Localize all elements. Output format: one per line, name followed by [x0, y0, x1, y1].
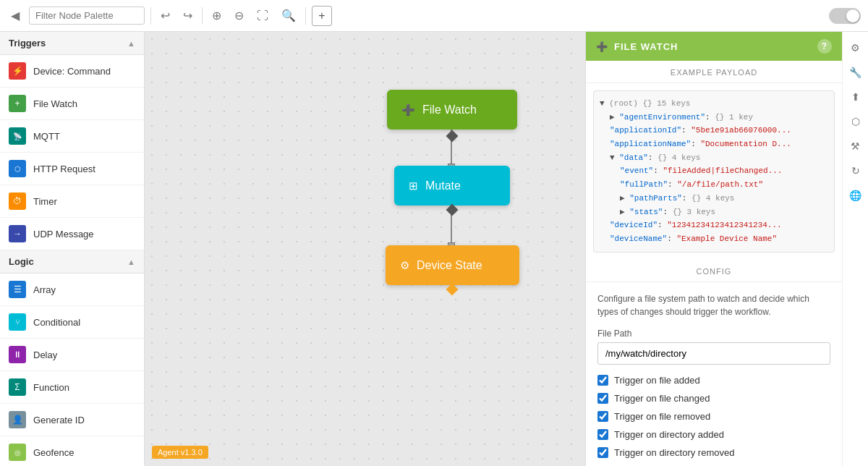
- logic-section-header[interactable]: Logic ▲: [0, 250, 144, 274]
- timer-icon: ⏱: [9, 192, 26, 210]
- sidebar-item-http-request[interactable]: ⬡ HTTP Request: [0, 153, 144, 185]
- config-body: Configure a file system path to watch an…: [586, 282, 842, 466]
- search-button[interactable]: 🔍: [278, 7, 299, 25]
- device-command-label: Device: Command: [33, 66, 111, 77]
- trigger-dir-removed-label[interactable]: Trigger on directory removed: [614, 447, 734, 458]
- sidebar-item-mqtt[interactable]: 📡 MQTT: [0, 120, 144, 153]
- divider-1: [150, 7, 151, 25]
- sidebar-item-array[interactable]: ☰ Array: [0, 274, 144, 306]
- sidebar-item-device-command[interactable]: ⚡ Device: Command: [0, 55, 144, 88]
- trigger-removed-label[interactable]: Trigger on file removed: [614, 411, 710, 422]
- toggle-switch[interactable]: [829, 8, 861, 24]
- tree-app-id: "applicationId": "5be1e91ab66076000...: [600, 124, 828, 137]
- conditional-icon: ⑂: [9, 313, 26, 331]
- layers-icon-btn[interactable]: ⬡: [846, 111, 866, 132]
- search-input[interactable]: [29, 7, 145, 25]
- trigger-changed-label[interactable]: Trigger on file changed: [614, 393, 710, 404]
- agent-badge: Agent v1.3.0: [152, 446, 208, 459]
- sidebar-item-geofence[interactable]: ◎ Geofence: [0, 436, 144, 466]
- sidebar: Triggers ▲ ⚡ Device: Command + File Watc…: [0, 32, 145, 466]
- tree-device-id: "deviceId": "12341234123412341234...: [600, 219, 828, 232]
- toolbar: ◀ ↩ ↪ ⊕ ⊖ ⛶ 🔍 +: [0, 0, 868, 32]
- sidebar-item-timer[interactable]: ⏱ Timer: [0, 185, 144, 218]
- fit-button[interactable]: ⛶: [253, 7, 272, 25]
- sidebar-item-udp-message[interactable]: → UDP Message: [0, 218, 144, 250]
- right-panel-body: EXAMPLE PAYLOAD ▼ (root) {} 15 keys ▶ "a…: [586, 61, 842, 466]
- tree-full-path: "fullPath": "/a/file/path.txt": [600, 178, 828, 192]
- wrench-icon-btn[interactable]: ⚒: [846, 136, 866, 156]
- trigger-dir-added-label[interactable]: Trigger on directory added: [614, 429, 724, 440]
- udp-message-label: UDP Message: [33, 229, 94, 240]
- tree-app-name: "applicationName": "Documentation D...: [600, 137, 828, 151]
- settings-icon-btn[interactable]: ⚙: [846, 38, 866, 58]
- back-button[interactable]: ◀: [7, 7, 23, 25]
- mqtt-icon: 📡: [9, 127, 26, 145]
- checkbox-row-added: Trigger on file added: [597, 375, 830, 386]
- http-request-icon: ⬡: [9, 160, 26, 177]
- refresh-icon-btn[interactable]: ↻: [846, 161, 866, 181]
- trigger-dir-removed-checkbox[interactable]: [597, 447, 608, 458]
- connector-diamond-3: [446, 284, 459, 296]
- array-label: Array: [33, 284, 56, 295]
- right-icon-bar: ⚙ 🔧 ⬆ ⬡ ⚒ ↻ 🌐: [842, 32, 868, 466]
- connector-diamond-2: [446, 204, 459, 216]
- function-label: Function: [33, 382, 69, 393]
- generate-id-icon: 👤: [9, 411, 26, 428]
- example-payload-label: EXAMPLE PAYLOAD: [586, 61, 842, 83]
- add-button[interactable]: +: [312, 6, 332, 26]
- zoom-out-button[interactable]: ⊖: [231, 7, 247, 25]
- toggle-knob: [846, 9, 859, 22]
- help-button[interactable]: ?: [817, 39, 832, 54]
- function-icon: Σ: [9, 378, 26, 396]
- tree-stats[interactable]: ▶ "stats": {} 3 keys: [600, 206, 828, 219]
- trigger-changed-checkbox[interactable]: [597, 393, 608, 404]
- logic-chevron: ▲: [127, 258, 135, 266]
- trigger-removed-checkbox[interactable]: [597, 411, 608, 422]
- tree-data[interactable]: ▼ "data": {} 4 keys: [600, 151, 828, 165]
- panel-title: FILE WATCH: [614, 41, 678, 52]
- config-label: CONFIG: [586, 260, 842, 282]
- checkbox-row-removed: Trigger on file removed: [597, 411, 830, 422]
- trigger-added-checkbox[interactable]: [597, 375, 608, 386]
- sidebar-item-file-watch[interactable]: + File Watch: [0, 88, 144, 120]
- checkbox-row-changed: Trigger on file changed: [597, 393, 830, 404]
- udp-message-icon: →: [9, 225, 26, 242]
- connector-diamond-1: [446, 130, 459, 143]
- zoom-in-button[interactable]: ⊕: [208, 7, 225, 25]
- device-state-node[interactable]: ⚙ Device State: [386, 245, 519, 285]
- triggers-label: Triggers: [9, 38, 46, 48]
- sidebar-item-conditional[interactable]: ⑂ Conditional: [0, 306, 144, 339]
- sidebar-item-generate-id[interactable]: 👤 Generate ID: [0, 404, 144, 436]
- sidebar-item-delay[interactable]: ⏸ Delay: [0, 339, 144, 371]
- triggers-section-header[interactable]: Triggers ▲: [0, 32, 144, 55]
- mutate-node[interactable]: ⊞ Mutate: [394, 166, 510, 206]
- delay-label: Delay: [33, 350, 57, 360]
- tree-agent-env[interactable]: ▶ "agentEnvironment": {} 1 key: [600, 111, 828, 124]
- globe-icon-btn[interactable]: 🌐: [846, 185, 866, 206]
- delay-icon: ⏸: [9, 346, 26, 363]
- trigger-dir-added-checkbox[interactable]: [597, 429, 608, 440]
- tree-device-name: "deviceName": "Example Device Name": [600, 232, 828, 246]
- geofence-label: Geofence: [33, 447, 74, 458]
- undo-button[interactable]: ↩: [157, 7, 174, 25]
- generate-id-label: Generate ID: [33, 415, 85, 425]
- divider-3: [305, 7, 306, 25]
- sidebar-item-function[interactable]: Σ Function: [0, 371, 144, 404]
- trigger-added-label[interactable]: Trigger on file added: [614, 375, 700, 386]
- http-request-label: HTTP Request: [33, 164, 95, 174]
- tree-path-parts[interactable]: ▶ "pathParts": {} 4 keys: [600, 192, 828, 206]
- file-path-input[interactable]: [597, 342, 830, 365]
- checkbox-row-dir-removed: Trigger on directory removed: [597, 447, 830, 458]
- upload-icon-btn[interactable]: ⬆: [846, 87, 866, 107]
- redo-button[interactable]: ↪: [179, 7, 196, 25]
- mutate-node-icon: ⊞: [409, 179, 418, 192]
- file-watch-icon: +: [9, 95, 26, 112]
- file-watch-node[interactable]: ➕ File Watch: [387, 90, 517, 130]
- tool-icon-btn[interactable]: 🔧: [846, 62, 866, 82]
- workflow-canvas[interactable]: ➕ File Watch ⊞ Mutate ⚙ Device State Age…: [145, 32, 585, 466]
- right-panel-header: ➕ FILE WATCH ?: [586, 32, 842, 61]
- toggle-area: [829, 8, 861, 24]
- config-desc: Configure a file system path to watch an…: [597, 292, 830, 318]
- file-watch-node-label: File Watch: [422, 103, 477, 116]
- panel-header-icon: ➕: [596, 41, 608, 52]
